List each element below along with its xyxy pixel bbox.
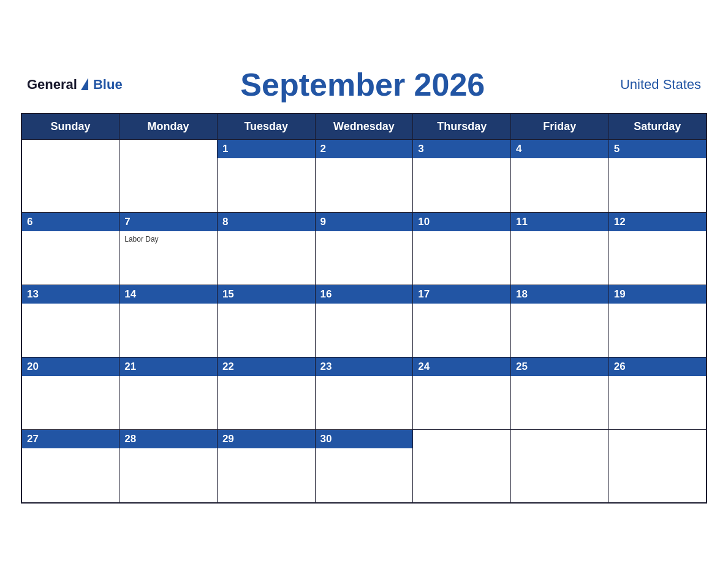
col-saturday: Saturday (609, 113, 707, 140)
day-content (609, 158, 706, 163)
calendar-title: September 2026 (123, 66, 603, 103)
day-content (413, 304, 510, 308)
table-cell: 18 (511, 285, 609, 357)
table-cell: 16 (315, 285, 413, 357)
table-cell (413, 429, 511, 503)
table-cell: 1 (217, 139, 315, 212)
table-cell (609, 429, 707, 503)
day-content (609, 376, 706, 381)
week-row-1: 1 2 3 4 5 (21, 139, 707, 212)
day-number: 8 (218, 213, 315, 231)
week-row-5: 27 28 29 30 (21, 429, 707, 503)
day-number: 30 (316, 430, 413, 448)
table-cell: 23 (315, 357, 413, 429)
day-number: 16 (316, 285, 413, 304)
table-cell: 25 (511, 357, 609, 429)
day-content (119, 376, 217, 381)
calendar-table: Sunday Monday Tuesday Wednesday Thursday… (21, 113, 707, 504)
table-cell: 28 (119, 429, 218, 503)
table-cell: 2 (315, 139, 413, 212)
table-cell: 7 Labor Day (119, 212, 218, 285)
day-number: 19 (609, 285, 706, 304)
day-content (316, 376, 413, 381)
day-number: 18 (511, 285, 609, 304)
table-cell: 15 (217, 285, 315, 357)
country-label: United States (603, 77, 701, 93)
table-cell: 21 (119, 357, 218, 429)
day-number: 22 (218, 358, 315, 376)
day-content (609, 304, 706, 308)
table-cell: 12 (609, 212, 707, 285)
table-cell: 3 (413, 139, 511, 212)
logo: General Blue (27, 77, 123, 93)
day-content (316, 448, 413, 453)
day-content (511, 304, 609, 308)
page-header: General Blue September 2026 United State… (21, 66, 707, 103)
day-content (511, 231, 609, 236)
day-number: 29 (218, 430, 315, 448)
table-cell: 10 (413, 212, 511, 285)
day-number: 5 (609, 140, 706, 158)
day-content (218, 376, 315, 381)
day-content (316, 158, 413, 163)
table-cell: 14 (119, 285, 218, 357)
day-content (22, 231, 119, 236)
week-row-4: 20 21 22 23 24 25 26 (21, 357, 707, 429)
day-content (316, 231, 413, 236)
day-number: 10 (413, 213, 510, 231)
day-content (22, 376, 119, 381)
day-content (413, 158, 510, 163)
day-content (218, 231, 315, 236)
day-number: 25 (511, 358, 609, 376)
table-cell: 24 (413, 357, 511, 429)
holiday-label: Labor Day (124, 235, 212, 243)
weekday-header-row: Sunday Monday Tuesday Wednesday Thursday… (21, 113, 707, 140)
table-cell: 17 (413, 285, 511, 357)
day-number: 12 (609, 213, 706, 231)
table-cell: 19 (609, 285, 707, 357)
col-tuesday: Tuesday (217, 113, 315, 140)
table-cell (119, 139, 218, 212)
table-cell: 9 (315, 212, 413, 285)
table-cell: 13 (21, 285, 119, 357)
week-row-2: 6 7 Labor Day 8 9 10 11 (21, 212, 707, 285)
day-number: 24 (413, 358, 510, 376)
table-cell: 20 (21, 357, 119, 429)
day-content (316, 304, 413, 308)
logo-triangle-icon (81, 78, 88, 90)
day-number: 21 (119, 358, 217, 376)
table-cell: 4 (511, 139, 609, 212)
day-content (119, 304, 217, 308)
day-content (609, 231, 706, 236)
day-content (218, 448, 315, 453)
day-content (413, 231, 510, 236)
table-cell: 29 (217, 429, 315, 503)
day-number: 9 (316, 213, 413, 231)
day-content (413, 376, 510, 381)
day-number: 6 (22, 213, 119, 231)
day-content (218, 158, 315, 163)
day-number: 28 (119, 430, 217, 448)
day-content (511, 376, 609, 381)
table-cell (21, 139, 119, 212)
col-monday: Monday (119, 113, 218, 140)
day-number: 4 (511, 140, 609, 158)
logo-blue-text: Blue (93, 77, 123, 93)
table-cell: 27 (21, 429, 119, 503)
col-sunday: Sunday (21, 113, 119, 140)
table-cell (511, 429, 609, 503)
calendar-page: General Blue September 2026 United State… (15, 54, 713, 510)
day-content (119, 448, 217, 453)
day-content (22, 448, 119, 453)
day-number: 13 (22, 285, 119, 304)
day-content (218, 304, 315, 308)
day-number: 17 (413, 285, 510, 304)
day-number: 1 (218, 140, 315, 158)
table-cell: 6 (21, 212, 119, 285)
day-number: 27 (22, 430, 119, 448)
table-cell: 30 (315, 429, 413, 503)
day-number: 2 (316, 140, 413, 158)
day-number: 26 (609, 358, 706, 376)
week-row-3: 13 14 15 16 17 18 19 (21, 285, 707, 357)
day-number: 3 (413, 140, 510, 158)
